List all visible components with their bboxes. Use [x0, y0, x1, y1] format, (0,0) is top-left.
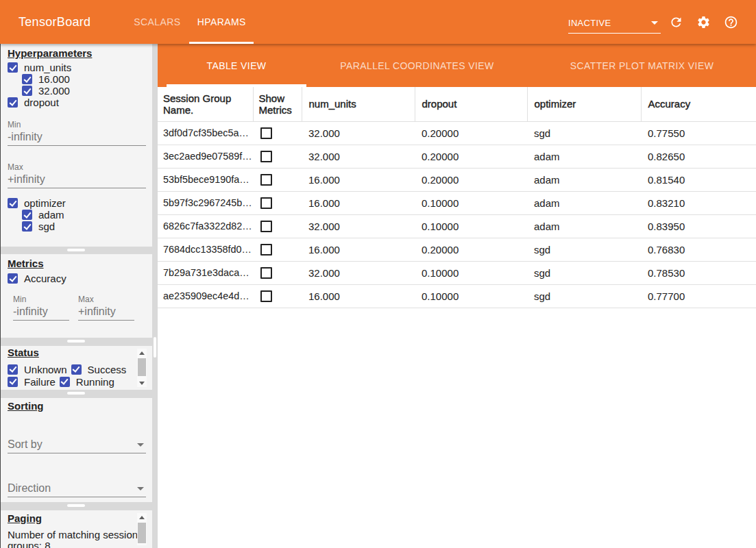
- tab-scalars[interactable]: SCALARS: [125, 0, 189, 44]
- plugin-tabs: SCALARS HPARAMS: [125, 0, 254, 44]
- optimizer-checkbox[interactable]: [8, 198, 18, 208]
- section-resize-divider[interactable]: [1, 502, 158, 510]
- optimizer-label: optimizer: [24, 197, 66, 209]
- accuracy-checkbox[interactable]: [8, 273, 18, 284]
- accuracy-cell: 0.83210: [641, 191, 756, 214]
- show-metrics-checkbox[interactable]: [260, 174, 272, 186]
- col-accuracy: Accuracy: [641, 87, 756, 121]
- status-failure-checkbox[interactable]: [8, 377, 18, 387]
- view-tabs: TABLE VIEW PARALLEL COORDINATES VIEW SCA…: [158, 44, 756, 87]
- chevron-down-icon: [651, 21, 658, 25]
- scroll-thumb[interactable]: [138, 523, 146, 543]
- table-row: ae235909ec4e4d… 16.000 0.10000 sgd 0.777…: [158, 284, 756, 308]
- optimizer-cell: adam: [527, 145, 641, 168]
- hparam-num-units-32[interactable]: 32.000: [22, 85, 145, 97]
- tab-parallel-coordinates-view[interactable]: PARALLEL COORDINATES VIEW: [306, 44, 528, 87]
- status-success-checkbox[interactable]: [71, 364, 82, 375]
- optimizer-cell: adam: [527, 214, 641, 238]
- session-group-name: 7684dcc13358fd0…: [158, 238, 253, 261]
- section-resize-divider[interactable]: [1, 338, 158, 346]
- metrics-minmax: Min -infinity Max +infinity: [13, 295, 145, 321]
- show-metrics-checkbox[interactable]: [260, 244, 272, 256]
- accuracy-cell: 0.77550: [641, 121, 756, 145]
- num-units-32-checkbox[interactable]: [22, 86, 32, 96]
- paging-scrollbar[interactable]: [137, 513, 147, 545]
- sidebar-resize-handle[interactable]: [154, 337, 156, 358]
- tab-hparams[interactable]: HPARAMS: [189, 0, 254, 44]
- status-running-checkbox[interactable]: [60, 377, 70, 387]
- session-group-name: ae235909ec4e4d…: [158, 284, 253, 308]
- show-metrics-checkbox[interactable]: [260, 197, 272, 209]
- session-group-name: 3df0d7cf35bec5a…: [158, 121, 253, 145]
- hyperparameters-heading: Hyperparameters: [8, 48, 145, 59]
- status-failure[interactable]: Failure: [8, 375, 56, 388]
- metrics-min-input[interactable]: -infinity: [13, 306, 69, 321]
- optimizer-adam-checkbox[interactable]: [22, 210, 32, 220]
- status-unknown-label: Unknown: [24, 364, 67, 375]
- status-unknown[interactable]: Unknown: [8, 363, 67, 375]
- dropout-max-input[interactable]: +infinity: [8, 173, 146, 188]
- hparam-num-units[interactable]: num_units: [8, 62, 145, 73]
- section-resize-divider[interactable]: [1, 247, 158, 254]
- dropout-cell: 0.20000: [415, 168, 527, 191]
- optimizer-cell: sgd: [527, 238, 641, 261]
- hparam-num-units-16[interactable]: 16.000: [22, 73, 145, 85]
- session-group-name: 5b97f3c2967245b…: [158, 191, 253, 214]
- col-show-metrics: Show Metrics: [253, 87, 302, 121]
- sort-by-value: Sort by: [8, 438, 42, 451]
- optimizer-sgd-checkbox[interactable]: [22, 221, 32, 232]
- section-resize-divider[interactable]: [1, 390, 158, 398]
- gear-icon[interactable]: [696, 15, 711, 29]
- show-metrics-checkbox[interactable]: [260, 151, 272, 162]
- show-metrics-checkbox[interactable]: [260, 127, 272, 139]
- toolbar-actions: INACTIVE: [568, 0, 756, 44]
- optimizer-sgd-label: sgd: [38, 221, 55, 232]
- dropout-min-label: Min: [8, 120, 145, 129]
- paging-summary: Number of matching session groups: 8: [8, 530, 141, 548]
- metrics-min-label: Min: [13, 295, 69, 304]
- metrics-max-input[interactable]: +infinity: [78, 306, 134, 321]
- num-units-16-checkbox[interactable]: [22, 74, 32, 84]
- help-icon[interactable]: [724, 15, 738, 29]
- num-units-checkbox[interactable]: [8, 62, 18, 73]
- show-metrics-checkbox[interactable]: [260, 221, 272, 232]
- col-optimizer: optimizer: [527, 87, 641, 121]
- hparam-optimizer-adam[interactable]: adam: [22, 209, 145, 221]
- dropout-cell: 0.10000: [415, 284, 527, 308]
- accuracy-cell: 0.78530: [641, 261, 756, 284]
- dropout-cell: 0.20000: [415, 238, 527, 261]
- tab-scatter-plot-matrix-view[interactable]: SCATTER PLOT MATRIX VIEW: [528, 44, 756, 87]
- hyperparameters-section: Hyperparameters num_units 16.000 32.000 …: [1, 44, 152, 247]
- refresh-icon[interactable]: [669, 15, 683, 29]
- dropout-checkbox[interactable]: [8, 97, 18, 108]
- tab-table-view[interactable]: TABLE VIEW: [167, 44, 306, 87]
- status-scrollbar[interactable]: [137, 349, 147, 387]
- status-running[interactable]: Running: [60, 375, 114, 388]
- hparam-optimizer[interactable]: optimizer: [8, 197, 145, 209]
- show-metrics-checkbox[interactable]: [260, 290, 272, 302]
- num-units-cell: 32.000: [302, 121, 415, 145]
- scroll-up-icon[interactable]: [137, 349, 147, 357]
- reload-status-select[interactable]: INACTIVE: [568, 18, 661, 34]
- show-metrics-checkbox[interactable]: [260, 267, 272, 279]
- scroll-up-icon[interactable]: [137, 513, 147, 521]
- hparam-dropout[interactable]: dropout: [8, 97, 145, 108]
- metric-accuracy[interactable]: Accuracy: [8, 273, 145, 284]
- dropout-min-input[interactable]: -infinity: [8, 131, 146, 146]
- col-session-group-name: Session Group Name.: [158, 87, 253, 121]
- scroll-thumb[interactable]: [138, 358, 146, 376]
- sort-by-select[interactable]: Sort by: [8, 438, 146, 453]
- col-num-units: num_units: [302, 87, 415, 121]
- direction-select[interactable]: Direction: [8, 482, 146, 497]
- status-success[interactable]: Success: [71, 363, 127, 375]
- num-units-16-label: 16.000: [38, 73, 70, 85]
- accuracy-cell: 0.83950: [641, 214, 756, 238]
- hparam-optimizer-sgd[interactable]: sgd: [22, 221, 145, 232]
- status-unknown-checkbox[interactable]: [8, 364, 18, 375]
- chevron-down-icon: [137, 443, 144, 447]
- table-row: 3df0d7cf35bec5a… 32.000 0.20000 sgd 0.77…: [158, 121, 756, 145]
- num-units-32-label: 32.000: [38, 85, 70, 97]
- accuracy-cell: 0.76830: [641, 238, 756, 261]
- dropout-min-field: Min -infinity: [8, 120, 145, 146]
- scroll-down-icon[interactable]: [137, 379, 147, 387]
